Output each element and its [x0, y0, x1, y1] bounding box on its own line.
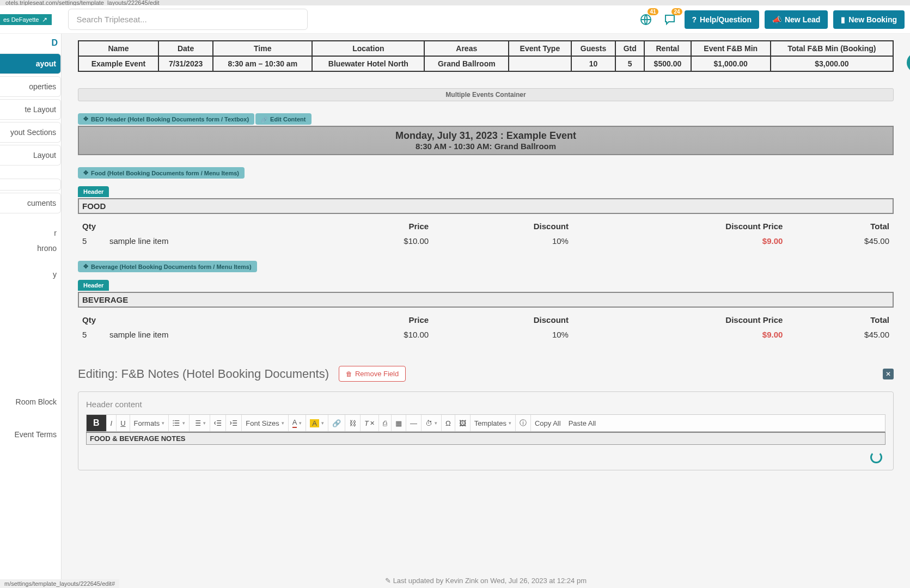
templates-dropdown[interactable]: Templates: [471, 415, 516, 431]
hr-button[interactable]: —: [406, 415, 422, 431]
col-gtd: Gtd: [615, 41, 644, 56]
external-link-icon: ↗: [42, 16, 47, 23]
sidebar-item-y[interactable]: y: [0, 268, 61, 281]
editor-box: Header content B I U Formats Font Sizes …: [78, 391, 894, 470]
field-editor-panel: Editing: F&B Notes (Hotel Booking Docume…: [78, 358, 894, 478]
background-color-button[interactable]: A: [306, 415, 328, 431]
unlink-button[interactable]: ⛓: [345, 415, 361, 431]
col-time: Time: [213, 41, 312, 56]
last-updated-footer: Last updated by Kevin Zink on Wed, Jul 2…: [62, 573, 910, 581]
clear-format-button[interactable]: T✕: [361, 415, 379, 431]
col-discount: Discount: [433, 219, 572, 233]
status-bar-url: m/settings/template_layouts/222645/edit#: [0, 579, 119, 581]
formats-dropdown[interactable]: Formats: [130, 415, 169, 431]
globe-notifications[interactable]: 41: [637, 10, 655, 29]
multiple-events-container[interactable]: Multiple Events Container: [78, 88, 894, 101]
col-date: Date: [158, 41, 213, 56]
col-areas: Areas: [424, 41, 509, 56]
food-items-table: Qty Price Discount Discount Price Total …: [78, 218, 894, 249]
event-header-block: Monday, July 31, 2023 : Example Event 8:…: [78, 126, 894, 155]
editor-section-label: Header content: [86, 396, 885, 414]
food-tag[interactable]: Food (Hotel Booking Documents form / Men…: [78, 167, 245, 179]
sidebar-item-event-terms[interactable]: Event Terms: [0, 425, 61, 444]
sidebar-item-properties[interactable]: operties: [0, 76, 61, 97]
col-location: Location: [312, 41, 424, 56]
beverage-tag[interactable]: Beverage (Hotel Booking Documents form /…: [78, 261, 257, 272]
move-icon: [83, 115, 88, 122]
help-icon: ?: [692, 15, 697, 24]
user-tag[interactable]: es DeFayette ↗: [0, 14, 52, 25]
help-toolbar-button[interactable]: ⓘ: [516, 415, 531, 431]
col-total: Total: [787, 219, 893, 233]
edit-content-tag[interactable]: Edit Content: [255, 113, 311, 125]
italic-button[interactable]: I: [107, 415, 117, 431]
user-tag-label: es DeFayette: [3, 16, 39, 23]
svg-point-1: [173, 420, 174, 421]
bookmark-icon: ▮: [841, 15, 845, 24]
sidebar-item-room-block[interactable]: Room Block: [0, 392, 61, 412]
new-booking-button[interactable]: ▮New Booking: [833, 10, 905, 29]
col-disc-price: Discount Price: [573, 219, 786, 233]
col-price: Price: [327, 219, 432, 233]
search-input[interactable]: [68, 9, 308, 30]
address-bar: otels.tripleseat.com/settings/template_l…: [0, 0, 910, 5]
special-char-button[interactable]: Ω: [442, 415, 455, 431]
food-header-tag[interactable]: Header: [78, 186, 109, 197]
sidebar-item-blank[interactable]: [0, 179, 61, 191]
settings-tab[interactable]: ⚙: [907, 53, 910, 72]
beverage-section-header: BEVERAGE: [78, 292, 894, 308]
url-text: otels.tripleseat.com/settings/template_l…: [5, 0, 160, 5]
beo-header-tag[interactable]: BEO Header (Hotel Booking Documents form…: [78, 113, 254, 125]
col-name: Name: [78, 41, 158, 56]
beverage-items-table: Qty Price Discount Discount Price Total …: [78, 312, 894, 342]
indent-button[interactable]: [226, 415, 242, 431]
event-table-header-row: Name Date Time Location Areas Event Type…: [78, 41, 893, 56]
sidebar-item-chrono[interactable]: hrono: [0, 242, 61, 255]
page-break-button[interactable]: ⎙: [379, 415, 392, 431]
beverage-header-tag[interactable]: Header: [78, 280, 109, 291]
text-color-button[interactable]: A: [289, 415, 307, 431]
bold-button[interactable]: B: [87, 415, 107, 431]
move-icon: [83, 263, 88, 270]
layout-panel: Multiple Events Container BEO Header (Ho…: [78, 88, 894, 342]
top-navigation: es DeFayette ↗ 41 24 ?Help/Question 📣New…: [0, 5, 910, 34]
editor-toolbar: B I U Formats Font Sizes A A 🔗 ⛓ T✕ ⎙ ▦: [86, 414, 885, 432]
move-icon: [83, 169, 88, 176]
globe-badge: 41: [648, 8, 658, 15]
sidebar-item-documents[interactable]: cuments: [0, 193, 61, 213]
sidebar: D ayout operties te Layout yout Sections…: [0, 34, 62, 581]
sidebar-item-r[interactable]: r: [0, 226, 61, 240]
close-editor-button[interactable]: ✕: [883, 369, 894, 379]
outdent-button[interactable]: [210, 415, 226, 431]
chat-notifications[interactable]: 24: [661, 10, 679, 29]
font-sizes-dropdown[interactable]: Font Sizes: [242, 415, 288, 431]
sidebar-item-layout-sections[interactable]: yout Sections: [0, 122, 61, 143]
editor-blank-area[interactable]: [86, 445, 885, 462]
table-button[interactable]: ▦: [392, 415, 406, 431]
loading-spinner-icon: [870, 451, 882, 463]
sidebar-item-layout2[interactable]: Layout: [0, 145, 61, 166]
food-item-row: 5 sample line item $10.00 10% $9.00 $45.…: [79, 234, 893, 248]
editor-title: Editing: F&B Notes (Hotel Booking Docume…: [78, 367, 329, 381]
remove-field-button[interactable]: Remove Field: [339, 366, 406, 382]
underline-button[interactable]: U: [117, 415, 130, 431]
nav-right: 41 24 ?Help/Question 📣New Lead ▮New Book…: [637, 10, 905, 29]
help-button[interactable]: ?Help/Question: [685, 10, 759, 29]
sidebar-item-te-layout[interactable]: te Layout: [0, 99, 61, 120]
editor-content-area[interactable]: FOOD & BEVERAGE NOTES: [86, 432, 885, 445]
image-button[interactable]: 🖼: [455, 415, 471, 431]
time-button[interactable]: ⏱: [422, 415, 442, 431]
svg-point-3: [173, 425, 174, 426]
link-button[interactable]: 🔗: [328, 415, 345, 431]
main-content: ⚙ Name Date Time Location Areas Event Ty…: [62, 34, 910, 581]
paste-all-button[interactable]: Paste All: [565, 415, 600, 431]
ordered-list-button[interactable]: [190, 415, 210, 431]
search-container: [68, 9, 308, 30]
copy-all-button[interactable]: Copy All: [531, 415, 565, 431]
megaphone-icon: 📣: [772, 15, 781, 24]
new-lead-button[interactable]: 📣New Lead: [765, 10, 828, 29]
unordered-list-button[interactable]: [169, 415, 190, 431]
col-guests: Guests: [571, 41, 616, 56]
sidebar-item-layout[interactable]: ayout: [0, 53, 61, 74]
svg-point-2: [173, 422, 174, 424]
